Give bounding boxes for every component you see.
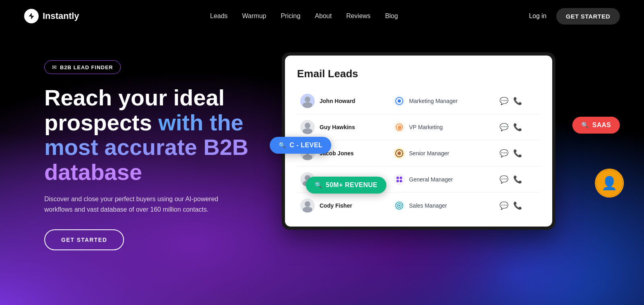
logo-icon (24, 9, 39, 23)
person-cell: Guy Hawkins (297, 114, 390, 140)
person-face: 👤 (596, 170, 623, 196)
hero-headline: Reach your idealprospects with themost a… (44, 85, 258, 184)
role-text: Senior Manager (409, 150, 449, 157)
hero-left: ✉ B2B LEAD FINDER Reach your idealprospe… (44, 48, 258, 250)
nav-item-reviews[interactable]: Reviews (346, 12, 370, 20)
chat-icon[interactable]: 💬 (500, 201, 508, 210)
logo[interactable]: Instantly (24, 9, 79, 23)
action-icons-cell: 💬 📞 (496, 88, 540, 114)
get-started-nav-button[interactable]: GET STARTED (556, 8, 620, 25)
svg-point-6 (303, 128, 312, 134)
email-icon: ✉ (52, 64, 57, 70)
avatar (300, 94, 315, 108)
svg-point-1 (305, 97, 310, 102)
table-row: Guy Hawkins VP Marketing (297, 114, 540, 140)
nav-links: Leads Warmup Pricing About Reviews Blog (210, 12, 398, 20)
svg-point-2 (303, 102, 312, 108)
chat-icon[interactable]: 💬 (500, 175, 508, 184)
nav-actions: Log in GET STARTED (529, 8, 620, 25)
company-icon (394, 200, 405, 211)
person-name: Guy Hawkins (320, 124, 355, 130)
phone-icon[interactable]: 📞 (513, 97, 522, 105)
svg-point-12 (398, 152, 400, 154)
svg-point-4 (398, 99, 401, 103)
hero-cta-button[interactable]: GET STARTED (44, 229, 124, 250)
hero-right: 🔍 C - LEVEL 🔍 SAAS 🔍 50M+ REVENUE 👤 Emai… (282, 48, 612, 230)
nav-item-warmup[interactable]: Warmup (242, 12, 266, 20)
nav-item-pricing[interactable]: Pricing (281, 12, 300, 20)
navbar: Instantly Leads Warmup Pricing About Rev… (0, 0, 644, 32)
person-cell: Cody Fisher (297, 193, 390, 219)
avatar (300, 198, 315, 213)
chat-icon[interactable]: 💬 (500, 123, 508, 132)
table-row: Jacob Jones Senior Manager (297, 140, 540, 167)
svg-point-20 (303, 207, 312, 212)
svg-point-9 (303, 155, 312, 160)
svg-rect-15 (396, 177, 399, 179)
action-icons-cell: 💬 📞 (496, 167, 540, 193)
badge-revenue: 🔍 50M+ REVENUE (306, 177, 386, 194)
role-text: General Manager (409, 176, 453, 183)
svg-marker-0 (29, 13, 34, 20)
headline-purple: database (44, 159, 142, 185)
phone-icon[interactable]: 📞 (513, 201, 522, 210)
svg-rect-18 (400, 180, 402, 182)
login-button[interactable]: Log in (529, 12, 547, 20)
role-cell: Senior Manager (390, 140, 496, 167)
svg-point-19 (305, 201, 310, 207)
chat-icon[interactable]: 💬 (500, 97, 508, 105)
c-level-text: C - LEVEL (290, 142, 323, 149)
role-cell: General Manager (390, 167, 496, 193)
role-cell: VP Marketing (390, 114, 496, 140)
b2b-badge: ✉ B2B LEAD FINDER (44, 60, 121, 74)
email-leads-title: Email Leads (297, 68, 540, 80)
brand-name: Instantly (43, 11, 79, 21)
person-avatar-float: 👤 (595, 169, 624, 198)
svg-rect-17 (396, 180, 399, 182)
svg-point-5 (305, 123, 310, 128)
saas-text: SAAS (592, 122, 611, 129)
hero-subtext: Discover and close your perfect buyers u… (44, 194, 237, 214)
main-content: ✉ B2B LEAD FINDER Reach your idealprospe… (0, 32, 644, 250)
action-icons-cell: 💬 📞 (496, 114, 540, 140)
nav-item-about[interactable]: About (315, 12, 332, 20)
leads-table: John Howard Marketing Manager (297, 88, 540, 218)
action-icons-cell: 💬 📞 (496, 193, 540, 219)
company-icon (394, 148, 405, 159)
search-icon-revenue: 🔍 (315, 181, 323, 189)
badge-text: B2B LEAD FINDER (60, 64, 113, 70)
badge-c-level: 🔍 C - LEVEL (270, 137, 331, 154)
svg-point-23 (398, 205, 400, 206)
role-text: Sales Manager (409, 202, 447, 209)
revenue-text: 50M+ REVENUE (326, 181, 378, 189)
role-cell: Sales Manager (390, 193, 496, 219)
search-icon: 🔍 (279, 142, 287, 149)
table-row: Cody Fisher Sales Manager (297, 193, 540, 219)
nav-item-blog[interactable]: Blog (385, 12, 398, 20)
table-row: John Howard Marketing Manager (297, 88, 540, 114)
phone-icon[interactable]: 📞 (513, 175, 522, 184)
search-icon-saas: 🔍 (581, 122, 589, 129)
role-text: VP Marketing (409, 124, 443, 130)
action-icons-cell: 💬 📞 (496, 140, 540, 167)
phone-icon[interactable]: 📞 (513, 149, 522, 158)
person-cell: John Howard (297, 88, 390, 114)
phone-icon[interactable]: 📞 (513, 123, 522, 132)
nav-item-leads[interactable]: Leads (210, 12, 228, 20)
company-icon (394, 95, 405, 107)
company-icon (394, 174, 405, 185)
avatar (300, 120, 315, 134)
badge-saas: 🔍 SAAS (572, 117, 620, 134)
person-name: John Howard (320, 98, 355, 104)
person-name: Cody Fisher (320, 202, 352, 209)
svg-rect-16 (400, 177, 402, 179)
company-icon (394, 122, 405, 133)
chat-icon[interactable]: 💬 (500, 149, 508, 158)
role-text: Marketing Manager (409, 98, 458, 104)
role-cell: Marketing Manager (390, 88, 496, 114)
